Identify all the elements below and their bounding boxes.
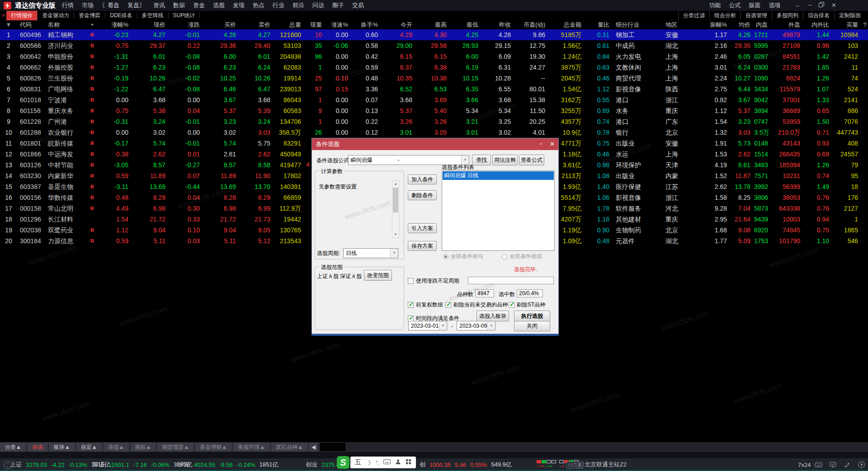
column-header-内外比[interactable]: 内外比 (804, 20, 833, 29)
index-创业[interactable]: 创业2375.4 (306, 458, 340, 471)
menu-item-数据[interactable]: 数据 (173, 1, 185, 9)
toolbar-left-icon[interactable]: ✕ (0, 13, 6, 19)
column-header-代码[interactable]: 代码 (17, 20, 45, 29)
bottom-tab-港股▲[interactable]: 港股▲ (103, 443, 129, 452)
server-site[interactable]: 北京联通主站Z2 (585, 458, 627, 471)
scroll-down-icon[interactable]: ▼ (392, 231, 399, 238)
connection-icon[interactable]: (·) (566, 462, 575, 469)
lightning-icon[interactable] (858, 461, 865, 470)
column-header-外盘[interactable]: 外盘 (771, 20, 804, 29)
bottom-tab-自选[interactable]: 自选 (27, 443, 48, 452)
tab-quote-report[interactable]: 行情报价 (6, 11, 38, 20)
input-method-toolbar[interactable]: S 五 ☽ °, (337, 456, 416, 469)
column-header-内盘[interactable]: 内盘 (754, 20, 771, 29)
toolbar-tab-多空阵线[interactable]: 多空阵线 (137, 12, 169, 19)
menu-item-发现[interactable]: 发现 (233, 1, 245, 9)
column-header-▼[interactable]: ▼ (0, 20, 17, 29)
menu-item-交易[interactable]: 交易 (352, 1, 364, 9)
close-icon[interactable]: ✕ (831, 0, 836, 11)
bottom-tab-板块▲[interactable]: 板块▲ (49, 443, 75, 452)
checkbox-remove-st[interactable]: 剔除ST品种 (509, 301, 545, 309)
column-header-振幅%[interactable]: 振幅% (700, 20, 731, 29)
column-header-涨速%[interactable]: 涨速% (326, 20, 352, 29)
index-深证[interactable]: 深证11591.1-7.16-0.06%3893亿 (93, 458, 193, 471)
delete-condition-button[interactable]: 删除条件 (408, 190, 437, 200)
column-header-总金额[interactable]: 总金额 (549, 20, 585, 29)
dialog-titlebar[interactable]: 条件选股 − ✕ (312, 138, 558, 150)
table-row[interactable]: 2600566济川药业R0.7529.370.2229.3629.4053103… (0, 40, 868, 51)
menu-item-版面[interactable]: 版面 (749, 1, 761, 9)
table-row[interactable]: 1600496精工钢构R-0.234.27-0.014.264.27121600… (0, 29, 868, 40)
toolbar-tab-分类过滤[interactable]: 分类过滤 (678, 11, 709, 20)
ime-keyboard-icon[interactable] (383, 459, 391, 466)
index-chinext[interactable]: 创1000.355.460.55%549.9亿 (420, 458, 512, 471)
menu-item-公式[interactable]: 公式 (729, 1, 741, 9)
menu-item-资讯[interactable]: 资讯 (153, 1, 165, 9)
toolbar-tab-定制版面[interactable]: 定制版面 (834, 11, 865, 20)
menu-item-资金[interactable]: 资金 (193, 1, 205, 9)
satellite-icon[interactable] (844, 461, 851, 470)
checkbox-forward-adjusted[interactable]: 前复权数据 (408, 301, 443, 309)
bottom-tab-◀[interactable]: ◀ (309, 443, 318, 452)
bottom-tab-期权▲[interactable]: 期权▲ (130, 443, 156, 452)
select-to-block-button[interactable]: 选股入板块 (476, 311, 509, 321)
find-button[interactable]: 查找 (472, 155, 491, 165)
menu-item-前沿[interactable]: 前沿 (292, 1, 304, 9)
dialog-minimize-icon[interactable]: − (539, 138, 543, 150)
menu-item-市场[interactable]: 市场 (82, 1, 94, 9)
column-header-市盈(动)[interactable]: 市盈(动) (514, 20, 549, 29)
toolbar-tab-综合排名[interactable]: 综合排名 (803, 11, 834, 20)
scrollbar-thumb[interactable] (393, 188, 398, 212)
minimize-icon[interactable]: − (808, 0, 812, 11)
table-row[interactable]: 10601288农业银行R0.003.020.003.023.03358.5万2… (0, 127, 868, 138)
column-header-现价[interactable]: 现价 (132, 20, 169, 29)
bottom-tab-美股环球▲[interactable]: 美股环球▲ (233, 443, 270, 452)
table-row[interactable]: 6600831广电网络R-1.226.47-0.086.466.47239013… (0, 84, 868, 94)
table-row[interactable]: 8601158重庆水务R0.755.380.045.375.396058390.… (0, 105, 868, 116)
menu-item-圈子[interactable]: 圈子 (332, 1, 344, 9)
monitor-chart-icon[interactable] (829, 461, 837, 470)
radio-all-and[interactable]: 全部条件相与 (443, 253, 483, 260)
execute-select-button[interactable]: 执行选股 (514, 311, 550, 321)
usage-note-button[interactable]: 用法注释 (492, 155, 518, 165)
ime-mode-label[interactable]: 五 (355, 458, 361, 466)
chevron-down-icon[interactable]: ▼ (461, 155, 469, 165)
toolbar-tab-资金博弈[interactable]: 资金博弈 (74, 12, 105, 19)
chevron-down-icon[interactable]: ▼ (487, 321, 495, 330)
menu-item-行业[interactable]: 行业 (273, 1, 284, 9)
bottom-tab-期货现货▲[interactable]: 期货现货▲ (157, 443, 194, 452)
column-header-涨跌[interactable]: 涨跌 (169, 20, 203, 29)
bottom-tab-基金理财▲[interactable]: 基金理财▲ (195, 443, 232, 452)
save-plan-button[interactable]: 保存方案 (408, 241, 437, 251)
column-header-今开[interactable]: 今开 (382, 20, 416, 29)
column-header-均价[interactable]: 均价 (731, 20, 754, 29)
close-dialog-button[interactable]: 关闭 (514, 321, 550, 331)
toolbar-tab-自选管理[interactable]: 自选管理 (741, 11, 772, 20)
moon-icon[interactable]: ☽ (366, 459, 371, 466)
table-row[interactable]: 9601228广州港R-0.313.24-0.013.233.241347061… (0, 116, 868, 127)
column-header-?[interactable]: ? (862, 20, 868, 29)
column-header-最高[interactable]: 最高 (416, 20, 450, 29)
menu-item-问达[interactable]: 问达 (312, 1, 324, 9)
toolbar-tab-组合分析[interactable]: 组合分析 (709, 11, 741, 20)
view-formula-button[interactable]: 查看公式 (519, 155, 544, 165)
column-header-卖价[interactable]: 卖价 (240, 20, 274, 29)
account-badge[interactable]: 1 (576, 462, 584, 469)
grid-icon[interactable] (406, 459, 411, 466)
column-header-名称[interactable]: 名称 (45, 20, 86, 29)
back-icon[interactable]: ← (795, 0, 801, 11)
toolbar-tab-资金驱动力[interactable]: 资金驱动力 (38, 12, 74, 19)
column-header-量比[interactable]: 量比 (585, 20, 613, 29)
toolbar-tab-DDE排名[interactable]: DDE排名 (105, 12, 137, 19)
user-icon[interactable] (395, 459, 401, 466)
column-header-细分行业[interactable]: 细分行业 (613, 20, 663, 29)
index-沪深[interactable]: 沪深4024.55-9.56-0.24%1851亿 (178, 458, 278, 471)
checkbox-remove-suspended[interactable]: 剔除当前未交易的品种 (445, 301, 508, 309)
column-header-换手%[interactable]: 换手% (352, 20, 382, 29)
toolbar-tab-多股同列[interactable]: 多股同列 (772, 11, 803, 20)
date-to-combobox[interactable]: 2023-03-09 ▼ (457, 321, 495, 330)
period-combobox[interactable]: 日线 ▼ (343, 248, 398, 258)
menu-item-行情[interactable]: 行情 (62, 1, 74, 9)
table-row[interactable]: 3600642申能股份R-1.316.01-0.086.006.01204838… (0, 51, 868, 62)
chevron-down-icon[interactable]: ▼ (439, 321, 447, 330)
